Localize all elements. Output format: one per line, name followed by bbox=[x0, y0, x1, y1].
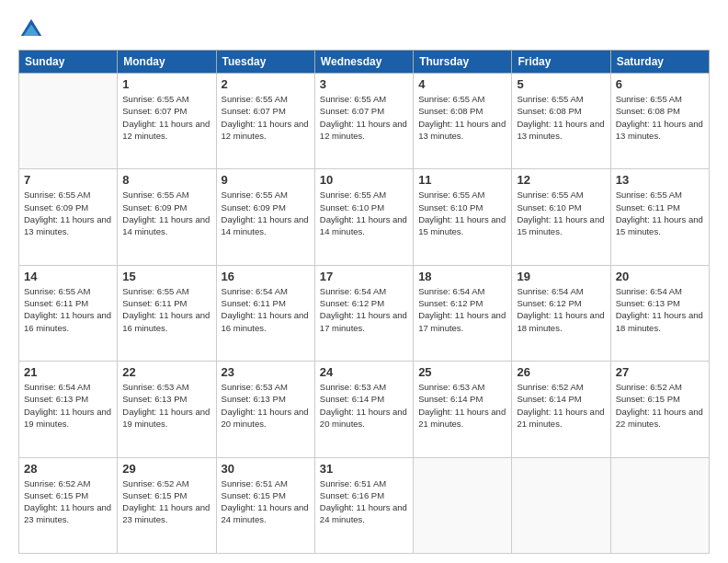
calendar-cell: 17 Sunrise: 6:54 AMSunset: 6:12 PMDaylig… bbox=[314, 265, 413, 361]
calendar-cell: 21 Sunrise: 6:54 AMSunset: 6:13 PMDaylig… bbox=[19, 362, 118, 457]
calendar-cell: 19 Sunrise: 6:54 AMSunset: 6:12 PMDaylig… bbox=[512, 265, 610, 361]
weekday-saturday: Saturday bbox=[610, 51, 709, 74]
calendar-cell: 4 Sunrise: 6:55 AMSunset: 6:08 PMDayligh… bbox=[414, 74, 512, 169]
calendar-cell: 15 Sunrise: 6:55 AMSunset: 6:11 PMDaylig… bbox=[118, 265, 216, 361]
cell-info: Sunrise: 6:55 AMSunset: 6:08 PMDaylight:… bbox=[418, 94, 506, 141]
calendar-table: SundayMondayTuesdayWednesdayThursdayFrid… bbox=[18, 50, 710, 554]
calendar-cell: 18 Sunrise: 6:54 AMSunset: 6:12 PMDaylig… bbox=[414, 265, 512, 361]
calendar-cell: 3 Sunrise: 6:55 AMSunset: 6:07 PMDayligh… bbox=[314, 74, 413, 169]
calendar-cell: 23 Sunrise: 6:53 AMSunset: 6:13 PMDaylig… bbox=[216, 362, 314, 457]
cell-day-number: 17 bbox=[320, 270, 408, 283]
calendar-cell: 13 Sunrise: 6:55 AMSunset: 6:11 PMDaylig… bbox=[610, 169, 709, 265]
calendar-cell: 27 Sunrise: 6:52 AMSunset: 6:15 PMDaylig… bbox=[610, 362, 709, 457]
cell-info: Sunrise: 6:55 AMSunset: 6:07 PMDaylight:… bbox=[122, 94, 210, 141]
calendar-cell: 25 Sunrise: 6:53 AMSunset: 6:14 PMDaylig… bbox=[414, 362, 512, 457]
cell-day-number: 20 bbox=[616, 270, 704, 283]
weekday-header-row: SundayMondayTuesdayWednesdayThursdayFrid… bbox=[19, 51, 710, 74]
cell-info: Sunrise: 6:53 AMSunset: 6:14 PMDaylight:… bbox=[418, 382, 506, 429]
cell-info: Sunrise: 6:54 AMSunset: 6:12 PMDaylight:… bbox=[517, 286, 604, 333]
cell-day-number: 12 bbox=[517, 173, 605, 187]
calendar-cell: 12 Sunrise: 6:55 AMSunset: 6:10 PMDaylig… bbox=[512, 169, 610, 265]
cell-day-number: 9 bbox=[222, 173, 310, 187]
cell-day-number: 21 bbox=[24, 365, 112, 379]
cell-info: Sunrise: 6:51 AMSunset: 6:15 PMDaylight:… bbox=[222, 478, 309, 525]
cell-day-number: 13 bbox=[616, 173, 704, 187]
calendar-cell bbox=[19, 74, 118, 169]
cell-info: Sunrise: 6:55 AMSunset: 6:09 PMDaylight:… bbox=[122, 190, 210, 236]
cell-day-number: 11 bbox=[418, 173, 506, 187]
weekday-sunday: Sunday bbox=[19, 51, 118, 74]
logo-icon bbox=[18, 17, 44, 42]
cell-day-number: 7 bbox=[24, 173, 112, 187]
cell-info: Sunrise: 6:53 AMSunset: 6:13 PMDaylight:… bbox=[122, 382, 210, 429]
calendar-cell: 1 Sunrise: 6:55 AMSunset: 6:07 PMDayligh… bbox=[118, 74, 216, 169]
calendar-body: 1 Sunrise: 6:55 AMSunset: 6:07 PMDayligh… bbox=[19, 74, 710, 554]
cell-info: Sunrise: 6:52 AMSunset: 6:14 PMDaylight:… bbox=[517, 382, 604, 429]
weekday-tuesday: Tuesday bbox=[216, 51, 314, 74]
calendar-cell: 30 Sunrise: 6:51 AMSunset: 6:15 PMDaylig… bbox=[216, 457, 314, 553]
weekday-friday: Friday bbox=[512, 51, 610, 74]
calendar-cell bbox=[610, 457, 709, 553]
calendar-cell: 31 Sunrise: 6:51 AMSunset: 6:16 PMDaylig… bbox=[314, 457, 413, 553]
cell-day-number: 15 bbox=[122, 270, 210, 283]
calendar-week-1: 1 Sunrise: 6:55 AMSunset: 6:07 PMDayligh… bbox=[19, 74, 710, 169]
cell-day-number: 16 bbox=[222, 270, 310, 283]
cell-day-number: 22 bbox=[122, 365, 210, 379]
cell-day-number: 1 bbox=[122, 77, 210, 91]
cell-info: Sunrise: 6:52 AMSunset: 6:15 PMDaylight:… bbox=[24, 478, 111, 525]
cell-info: Sunrise: 6:55 AMSunset: 6:10 PMDaylight:… bbox=[418, 190, 506, 236]
cell-day-number: 10 bbox=[320, 173, 408, 187]
cell-day-number: 14 bbox=[24, 270, 112, 283]
cell-day-number: 3 bbox=[320, 77, 408, 91]
calendar-week-4: 21 Sunrise: 6:54 AMSunset: 6:13 PMDaylig… bbox=[19, 362, 710, 457]
cell-info: Sunrise: 6:53 AMSunset: 6:13 PMDaylight:… bbox=[222, 382, 309, 429]
cell-day-number: 2 bbox=[222, 77, 310, 91]
calendar-cell: 7 Sunrise: 6:55 AMSunset: 6:09 PMDayligh… bbox=[19, 169, 118, 265]
cell-info: Sunrise: 6:54 AMSunset: 6:13 PMDaylight:… bbox=[24, 382, 111, 429]
cell-info: Sunrise: 6:55 AMSunset: 6:09 PMDaylight:… bbox=[222, 190, 309, 236]
cell-info: Sunrise: 6:54 AMSunset: 6:11 PMDaylight:… bbox=[222, 286, 309, 333]
calendar-week-3: 14 Sunrise: 6:55 AMSunset: 6:11 PMDaylig… bbox=[19, 265, 710, 361]
calendar-cell: 29 Sunrise: 6:52 AMSunset: 6:15 PMDaylig… bbox=[118, 457, 216, 553]
weekday-wednesday: Wednesday bbox=[314, 51, 413, 74]
calendar-cell: 10 Sunrise: 6:55 AMSunset: 6:10 PMDaylig… bbox=[314, 169, 413, 265]
cell-info: Sunrise: 6:54 AMSunset: 6:13 PMDaylight:… bbox=[616, 286, 703, 333]
calendar-cell: 14 Sunrise: 6:55 AMSunset: 6:11 PMDaylig… bbox=[19, 265, 118, 361]
cell-day-number: 19 bbox=[517, 270, 605, 283]
cell-info: Sunrise: 6:55 AMSunset: 6:10 PMDaylight:… bbox=[320, 190, 407, 236]
cell-info: Sunrise: 6:53 AMSunset: 6:14 PMDaylight:… bbox=[320, 382, 407, 429]
cell-info: Sunrise: 6:52 AMSunset: 6:15 PMDaylight:… bbox=[122, 478, 210, 525]
cell-info: Sunrise: 6:55 AMSunset: 6:11 PMDaylight:… bbox=[24, 286, 111, 333]
calendar-cell: 9 Sunrise: 6:55 AMSunset: 6:09 PMDayligh… bbox=[216, 169, 314, 265]
page: SundayMondayTuesdayWednesdayThursdayFrid… bbox=[0, 0, 728, 563]
calendar-cell bbox=[414, 457, 512, 553]
cell-day-number: 23 bbox=[222, 365, 310, 379]
cell-info: Sunrise: 6:55 AMSunset: 6:07 PMDaylight:… bbox=[320, 94, 407, 141]
cell-day-number: 28 bbox=[24, 462, 112, 476]
weekday-thursday: Thursday bbox=[414, 51, 512, 74]
calendar-cell: 16 Sunrise: 6:54 AMSunset: 6:11 PMDaylig… bbox=[216, 265, 314, 361]
cell-info: Sunrise: 6:55 AMSunset: 6:08 PMDaylight:… bbox=[517, 94, 604, 141]
cell-day-number: 18 bbox=[418, 270, 506, 283]
calendar-cell bbox=[512, 457, 610, 553]
calendar-cell: 8 Sunrise: 6:55 AMSunset: 6:09 PMDayligh… bbox=[118, 169, 216, 265]
cell-info: Sunrise: 6:55 AMSunset: 6:07 PMDaylight:… bbox=[222, 94, 309, 141]
cell-info: Sunrise: 6:54 AMSunset: 6:12 PMDaylight:… bbox=[320, 286, 407, 333]
cell-day-number: 8 bbox=[122, 173, 210, 187]
cell-day-number: 5 bbox=[517, 77, 605, 91]
cell-day-number: 29 bbox=[122, 462, 210, 476]
cell-info: Sunrise: 6:52 AMSunset: 6:15 PMDaylight:… bbox=[616, 382, 703, 429]
cell-day-number: 27 bbox=[616, 365, 704, 379]
calendar-cell: 11 Sunrise: 6:55 AMSunset: 6:10 PMDaylig… bbox=[414, 169, 512, 265]
cell-info: Sunrise: 6:55 AMSunset: 6:11 PMDaylight:… bbox=[616, 190, 703, 236]
calendar-cell: 22 Sunrise: 6:53 AMSunset: 6:13 PMDaylig… bbox=[118, 362, 216, 457]
cell-day-number: 24 bbox=[320, 365, 408, 379]
header bbox=[18, 17, 710, 42]
calendar-week-2: 7 Sunrise: 6:55 AMSunset: 6:09 PMDayligh… bbox=[19, 169, 710, 265]
cell-info: Sunrise: 6:55 AMSunset: 6:08 PMDaylight:… bbox=[616, 94, 703, 141]
cell-day-number: 25 bbox=[418, 365, 506, 379]
calendar-cell: 5 Sunrise: 6:55 AMSunset: 6:08 PMDayligh… bbox=[512, 74, 610, 169]
cell-info: Sunrise: 6:55 AMSunset: 6:11 PMDaylight:… bbox=[122, 286, 210, 333]
calendar-cell: 24 Sunrise: 6:53 AMSunset: 6:14 PMDaylig… bbox=[314, 362, 413, 457]
cell-day-number: 4 bbox=[418, 77, 506, 91]
